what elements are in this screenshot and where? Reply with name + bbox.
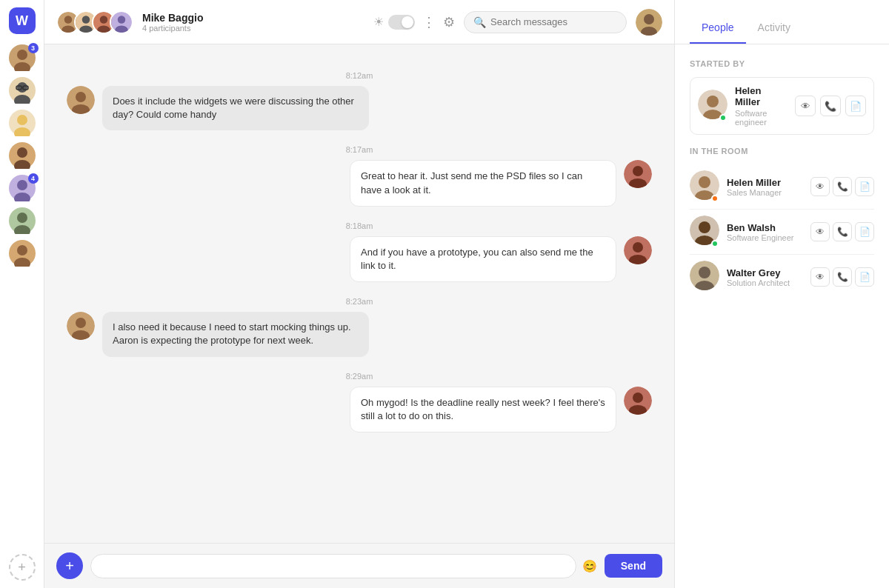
attach-button[interactable]: +	[56, 552, 83, 579]
badge-5: 4	[28, 173, 39, 184]
sidebar-item-6[interactable]	[9, 207, 36, 234]
right-panel-content: STARTED BY Helen Miller Software enginee…	[675, 44, 889, 588]
search-box[interactable]: 🔍	[464, 11, 627, 33]
call-button[interactable]: 📞	[820, 96, 841, 116]
started-by-role: Software engineer	[735, 109, 788, 127]
message-row-3: And if you have a prototype, you can als…	[67, 236, 652, 282]
started-by-avatar-wrap	[698, 90, 727, 122]
msg-avatar-3	[624, 236, 652, 264]
tab-activity[interactable]: Activity	[746, 13, 802, 44]
participant-avatars	[56, 10, 133, 34]
theme-toggle-wrap: ☀	[373, 15, 415, 30]
view-btn-2[interactable]: 👁	[810, 267, 830, 287]
room-avatar-wrap-0	[690, 170, 719, 203]
search-icon: 🔍	[473, 16, 486, 28]
input-right: 😊	[90, 554, 597, 578]
app-logo[interactable]: W	[9, 7, 36, 34]
svg-point-46	[633, 242, 643, 253]
emoji-button[interactable]: 😊	[582, 559, 597, 573]
room-person-role-1: Software Engineer	[727, 233, 803, 242]
right-panel: People Activity STARTED BY Helen Miller …	[674, 0, 889, 588]
chat-header-info: Mike Baggio 4 participants	[142, 12, 364, 33]
room-person-info-1: Ben Walsh Software Engineer	[727, 222, 803, 242]
badge-1: 3	[28, 43, 39, 53]
svg-point-25	[64, 16, 73, 24]
room-online-dot-0	[711, 195, 719, 202]
messages-area: 8:12am Does it include the widgets we we…	[44, 44, 674, 543]
right-tabs: People Activity	[675, 0, 889, 44]
sidebar-item-5[interactable]: 4	[9, 175, 36, 201]
call-btn-2[interactable]: 📞	[833, 267, 852, 287]
sidebar-item-1[interactable]: 3	[9, 44, 36, 71]
in-room-section: IN THE ROOM Helen Miller Sales Manager	[690, 147, 874, 299]
sidebar-item-4[interactable]	[9, 142, 36, 169]
room-person-actions-1: 👁 📞 📄	[810, 222, 874, 241]
room-person-info-2: Walter Grey Solution Architect	[727, 267, 803, 287]
file-btn-0[interactable]: 📄	[855, 177, 874, 196]
view-btn-1[interactable]: 👁	[810, 222, 830, 241]
header-actions: ☀ ⋮ ⚙	[373, 14, 455, 30]
msg-time-2: 8:17am	[67, 145, 652, 154]
chat-header: Mike Baggio 4 participants ☀ ⋮ ⚙ 🔍	[44, 0, 674, 44]
room-avatar-2	[690, 261, 719, 290]
sidebar-item-2[interactable]	[9, 77, 36, 104]
svg-point-43	[633, 166, 643, 176]
sidebar-item-7[interactable]	[9, 240, 36, 267]
search-input[interactable]	[490, 16, 617, 27]
svg-point-64	[699, 267, 710, 278]
more-options-button[interactable]: ⋮	[422, 14, 436, 30]
svg-point-40	[76, 92, 86, 102]
room-person-name-0: Helen Miller	[727, 177, 803, 188]
settings-button[interactable]: ⚙	[443, 14, 455, 30]
message-row-4: I also need it because I need to start m…	[67, 312, 652, 356]
file-btn-2[interactable]: 📄	[855, 267, 874, 287]
message-row-2: Great to hear it. Just send me the PSD f…	[67, 160, 652, 206]
view-profile-button[interactable]: 👁	[795, 96, 816, 116]
msg-bubble-5: Oh mygod! Is the deadline really nest we…	[350, 387, 616, 432]
sun-icon: ☀	[373, 15, 384, 29]
theme-toggle[interactable]	[388, 15, 415, 30]
sidebar-item-3[interactable]	[9, 110, 36, 136]
msg-bubble-2: Great to hear it. Just send me the PSD f…	[350, 160, 616, 206]
room-person-role-2: Solution Architect	[727, 278, 803, 287]
main-chat: Mike Baggio 4 participants ☀ ⋮ ⚙ 🔍 8:12a…	[44, 0, 674, 588]
participants-count: 4 participants	[142, 24, 364, 33]
message-row-5: Oh mygod! Is the deadline really nest we…	[67, 387, 652, 432]
msg-time-1: 8:12am	[67, 71, 652, 80]
message-row-1: Does it include the widgets we were disc…	[67, 86, 652, 130]
avatar-icon	[9, 77, 36, 104]
msg-avatar-5	[624, 387, 652, 415]
add-chat-button[interactable]: +	[9, 554, 36, 581]
avatar-icon	[9, 240, 36, 267]
file-button[interactable]: 📄	[845, 96, 866, 116]
tab-people[interactable]: People	[690, 13, 746, 44]
started-by-card: Helen Miller Software engineer 👁 📞 📄	[690, 77, 874, 135]
room-person-info-0: Helen Miller Sales Manager	[727, 177, 803, 197]
svg-point-58	[699, 176, 710, 188]
svg-point-52	[633, 392, 643, 403]
online-dot	[719, 114, 727, 121]
room-person-2: Walter Grey Solution Architect 👁 📞 📄	[690, 255, 874, 299]
svg-point-1	[17, 50, 27, 60]
svg-point-34	[118, 16, 126, 24]
chat-title: Mike Baggio	[142, 12, 364, 24]
message-input[interactable]	[90, 554, 576, 578]
msg-avatar-2	[624, 160, 652, 188]
msg-bubble-1: Does it include the widgets we were disc…	[102, 86, 369, 130]
view-btn-0[interactable]: 👁	[810, 177, 830, 196]
svg-point-31	[100, 16, 108, 24]
participant-avatar-4	[110, 10, 133, 34]
room-person-actions-2: 👁 📞 📄	[810, 267, 874, 287]
input-bar: + 😊 Send	[44, 543, 674, 588]
svg-point-28	[82, 16, 90, 24]
file-btn-1[interactable]: 📄	[855, 222, 874, 241]
avatar-icon	[9, 142, 36, 169]
send-button[interactable]: Send	[605, 554, 662, 578]
room-person-0: Helen Miller Sales Manager 👁 📞 📄	[690, 164, 874, 210]
msg-avatar-1	[67, 86, 95, 114]
avatar-icon	[9, 207, 36, 234]
room-person-1: Ben Walsh Software Engineer 👁 📞 📄	[690, 210, 874, 255]
call-btn-1[interactable]: 📞	[833, 222, 852, 241]
call-btn-0[interactable]: 📞	[833, 177, 852, 196]
started-by-label: STARTED BY	[690, 59, 874, 68]
